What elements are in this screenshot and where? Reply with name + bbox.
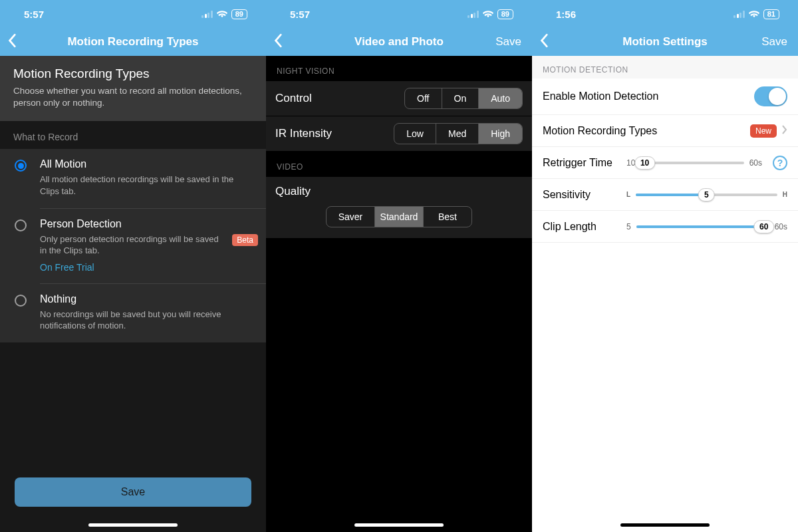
clip-length-slider[interactable]: 60: [636, 225, 769, 228]
sensitivity-label: Sensitivity: [543, 189, 621, 201]
option-all-motion[interactable]: All Motion All motion detection recordin…: [0, 149, 266, 207]
save-button[interactable]: Save: [761, 35, 787, 49]
retrigger-slider[interactable]: 10: [640, 162, 743, 164]
clip-min: 5: [626, 222, 631, 231]
status-bar: 5:57 89: [266, 0, 532, 28]
save-button[interactable]: Save: [495, 35, 521, 49]
battery-icon: 89: [497, 9, 513, 19]
back-button[interactable]: [540, 33, 549, 51]
header-block: Motion Recording Types Choose whether yo…: [0, 56, 266, 121]
option-person-detection[interactable]: Person Detection Only person detection r…: [0, 209, 266, 283]
screen-motion-recording-types: 5:57 89 Motion Recording Types Motion Re…: [0, 0, 266, 532]
home-indicator[interactable]: [354, 523, 444, 527]
quality-label: Quality: [275, 185, 523, 198]
nav-bar: Video and Photo Save: [266, 28, 532, 56]
sensitivity-slider[interactable]: 5: [636, 194, 777, 196]
retrigger-label: Retrigger Time: [543, 157, 621, 169]
sensitivity-max: H: [783, 191, 787, 198]
radio-icon: [15, 295, 27, 307]
status-time: 1:56: [556, 9, 576, 20]
ir-opt-high[interactable]: High: [478, 124, 522, 144]
wifi-icon: [483, 10, 493, 18]
motion-detection-section-label: MOTION DETECTION: [532, 56, 798, 78]
clip-length-thumb[interactable]: 60: [753, 220, 774, 233]
status-bar: 1:56 81: [532, 0, 798, 28]
ir-segmented[interactable]: Low Med High: [394, 123, 523, 144]
option-nothing[interactable]: Nothing No recordings will be saved but …: [0, 284, 266, 342]
help-button[interactable]: ?: [773, 156, 787, 170]
control-opt-off[interactable]: Off: [405, 88, 441, 108]
page-description: Choose whether you want to record all mo…: [13, 85, 253, 109]
video-section-label: VIDEO: [266, 152, 532, 177]
option-desc: No recordings will be saved but you will…: [40, 309, 254, 332]
cell-signal-icon: [467, 11, 479, 18]
clip-length-row: Clip Length 5 60 60s: [532, 211, 798, 243]
option-title: Person Detection: [40, 218, 254, 230]
enable-motion-toggle[interactable]: [754, 86, 787, 106]
screen-body: MOTION DETECTION Enable Motion Detection…: [532, 56, 798, 532]
status-time: 5:57: [24, 9, 44, 20]
retrigger-thumb[interactable]: 10: [634, 156, 655, 170]
page-title: Motion Recording Types: [13, 66, 253, 81]
status-icons: 89: [467, 9, 513, 19]
recording-types-label: Motion Recording Types: [543, 125, 657, 137]
cell-signal-icon: [201, 11, 213, 18]
wifi-icon: [749, 10, 759, 18]
recording-types-row[interactable]: Motion Recording Types New: [532, 115, 798, 147]
trial-link[interactable]: On Free Trial: [40, 262, 254, 273]
control-label: Control: [275, 92, 312, 105]
retrigger-row: Retrigger Time 10 10 60s ?: [532, 147, 798, 179]
status-bar: 5:57 89: [0, 0, 266, 28]
quality-opt-best[interactable]: Best: [423, 207, 471, 227]
option-desc: All motion detection recordings will be …: [40, 174, 254, 197]
clip-max: 60s: [775, 222, 787, 231]
control-opt-auto[interactable]: Auto: [478, 88, 522, 108]
quality-opt-saver[interactable]: Saver: [327, 207, 374, 227]
sensitivity-thumb[interactable]: 5: [698, 188, 715, 201]
status-icons: 81: [733, 9, 779, 19]
status-icons: 89: [201, 9, 247, 19]
control-segmented[interactable]: Off On Auto: [404, 88, 523, 109]
control-opt-on[interactable]: On: [442, 88, 479, 108]
cell-signal-icon: [733, 11, 745, 18]
nav-title: Video and Photo: [354, 35, 444, 49]
screen-motion-settings: 1:56 81 Motion Settings Save MOTION DETE…: [532, 0, 798, 532]
radio-icon: [15, 160, 27, 172]
sensitivity-row: Sensitivity L 5 H: [532, 179, 798, 211]
quality-segmented[interactable]: Saver Standard Best: [326, 206, 472, 227]
screen-video-and-photo: 5:57 89 Video and Photo Save NIGHT VISIO…: [266, 0, 532, 532]
back-button[interactable]: [274, 33, 283, 51]
enable-motion-label: Enable Motion Detection: [543, 90, 658, 102]
section-label: What to Record: [0, 121, 266, 149]
nav-bar: Motion Settings Save: [532, 28, 798, 56]
ir-opt-med[interactable]: Med: [436, 124, 478, 144]
nav-title: Motion Recording Types: [67, 35, 198, 49]
quality-opt-standard[interactable]: Standard: [374, 207, 423, 227]
quality-row: Quality Saver Standard Best: [266, 177, 532, 238]
control-row: Control Off On Auto: [266, 81, 532, 116]
ir-intensity-row: IR Intensity Low Med High: [266, 116, 532, 152]
nightvision-section-label: NIGHT VISION: [266, 56, 532, 81]
nav-title: Motion Settings: [622, 35, 707, 49]
retrigger-max: 60s: [749, 158, 762, 168]
sensitivity-min: L: [626, 191, 630, 198]
radio-icon: [15, 219, 27, 231]
wifi-icon: [217, 10, 227, 18]
battery-icon: 81: [763, 9, 779, 19]
option-desc: Only person detection recordings will be…: [40, 233, 254, 257]
new-badge: New: [750, 124, 777, 138]
nav-bar: Motion Recording Types: [0, 28, 266, 56]
ir-opt-low[interactable]: Low: [394, 124, 436, 144]
save-button[interactable]: Save: [15, 477, 251, 507]
option-title: All Motion: [40, 158, 254, 170]
status-time: 5:57: [290, 9, 310, 20]
back-button[interactable]: [8, 33, 17, 51]
clip-length-label: Clip Length: [543, 221, 621, 233]
beta-badge: Beta: [232, 234, 258, 246]
ir-label: IR Intensity: [275, 127, 332, 140]
enable-motion-row: Enable Motion Detection: [532, 78, 798, 115]
home-indicator[interactable]: [620, 523, 710, 527]
home-indicator[interactable]: [88, 523, 178, 527]
chevron-right-icon: [782, 125, 787, 137]
screen-body: NIGHT VISION Control Off On Auto IR Inte…: [266, 56, 532, 532]
